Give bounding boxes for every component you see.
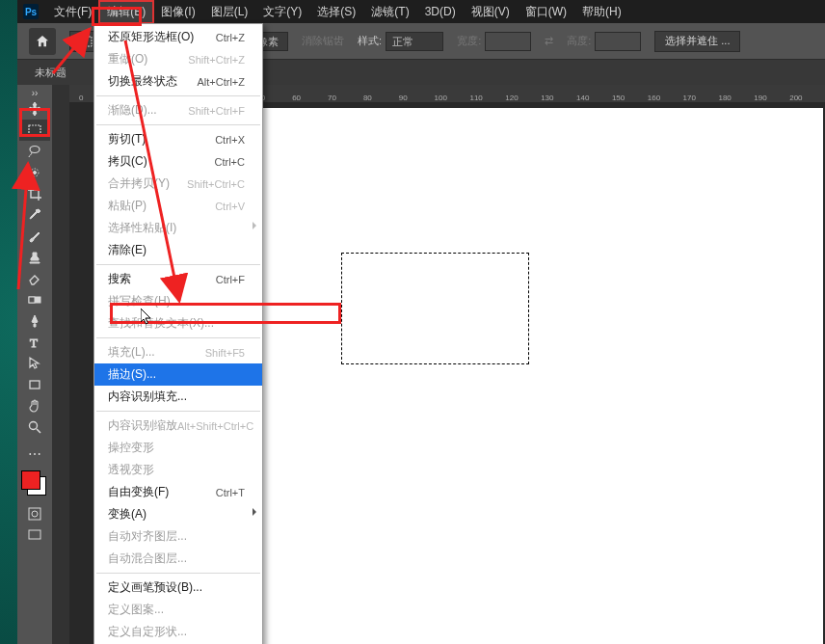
cursor-icon bbox=[141, 309, 154, 326]
annotation-arrows bbox=[0, 0, 825, 644]
svg-line-15 bbox=[125, 40, 179, 301]
svg-line-13 bbox=[18, 164, 28, 289]
svg-line-14 bbox=[53, 29, 90, 73]
